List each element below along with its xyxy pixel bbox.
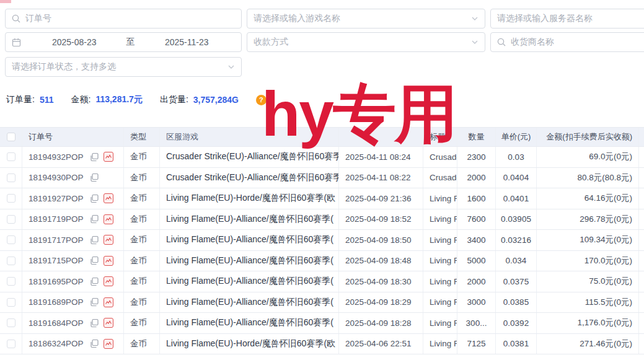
copy-icon[interactable] xyxy=(90,152,99,162)
summary-stats: 订单量: 511 金额: 113,281.7元 出货量: 3,757,284G … xyxy=(6,94,267,105)
date-range-picker[interactable]: 2025-08-23 至 2025-11-23 xyxy=(5,32,242,52)
order-status-select[interactable]: 请选择订单状态，支持多选 xyxy=(5,57,242,77)
image-icon[interactable] xyxy=(104,339,113,349)
time-cell: 2025-04-11 08:24 xyxy=(339,147,423,167)
row-checkbox[interactable] xyxy=(7,257,15,265)
quantity-cell: 5000 xyxy=(457,251,496,271)
game-server-cell: Crusader Strike(EU)-Alliance/魔兽怀旧60赛季 xyxy=(160,147,339,167)
order-management-page: 订单号 请选择或输入游戏名称 请选择或输入服务器名称 2025-08-23 至 … xyxy=(0,0,644,360)
time-cell: 2025-04-09 18:30 xyxy=(339,271,423,292)
amount-cell: 1,176.0元(0元) xyxy=(537,313,639,333)
table-row: 18191695POP金币Living Flame(EU)-Alliance/魔… xyxy=(0,271,644,292)
help-icon[interactable]: ? xyxy=(256,95,267,105)
shipment-stat: 出货量: 3,757,284G xyxy=(160,94,239,105)
table-row: 18194932POP金币Crusader Strike(EU)-Allianc… xyxy=(0,147,644,168)
order-number-cell: 18191717POP xyxy=(22,230,124,250)
game-server-cell: Crusader Strike(EU)-Alliance/魔兽怀旧60赛季 xyxy=(160,168,339,188)
column-header: 订单号 xyxy=(22,128,124,146)
type-cell: 金币 xyxy=(124,292,160,313)
row-icons xyxy=(90,276,113,286)
copy-icon[interactable] xyxy=(90,297,99,307)
title-cell: Living Fl xyxy=(423,209,457,230)
select-all-checkbox[interactable] xyxy=(7,133,15,141)
game-server-cell: Living Flame(EU)-Alliance/魔兽怀旧60赛季( xyxy=(160,209,339,230)
order-number-cell: 18194932POP xyxy=(22,147,124,167)
row-checkbox[interactable] xyxy=(7,152,15,161)
unit-price-cell: 0.03905 xyxy=(496,209,537,230)
amount-cell: 80.8元(80.8元) xyxy=(537,168,639,188)
column-header: 金额(扣手续费后实收额) xyxy=(537,128,639,146)
quantity-cell: 1600 xyxy=(457,188,496,209)
column-header xyxy=(639,128,644,146)
row-checkbox-cell xyxy=(0,313,22,333)
server-name-input[interactable]: 请选择或输入服务器名称 xyxy=(490,9,644,29)
extra-cell xyxy=(639,147,644,167)
amount-cell: 64.16元(0元) xyxy=(537,188,639,209)
row-icons xyxy=(90,339,113,349)
amount-cell: 69.0元(0元) xyxy=(537,147,639,167)
date-end-value[interactable]: 2025-11-23 xyxy=(139,37,236,47)
row-checkbox-cell xyxy=(0,271,22,292)
row-checkbox[interactable] xyxy=(7,340,15,348)
order-number-cell: 18191689POP xyxy=(22,292,124,313)
title-cell: Living Fl xyxy=(423,271,457,292)
title-cell: Living Fl xyxy=(423,188,457,209)
column-header: 区服游戏 xyxy=(160,128,339,146)
copy-icon[interactable] xyxy=(90,235,99,245)
image-icon[interactable] xyxy=(104,297,113,307)
row-icons xyxy=(90,235,113,245)
chevron-down-icon xyxy=(471,15,479,22)
game-server-cell: Living Flame(EU)-Alliance/魔兽怀旧60赛季( xyxy=(160,251,339,271)
row-checkbox[interactable] xyxy=(7,173,15,182)
copy-icon[interactable] xyxy=(90,277,99,286)
copy-icon[interactable] xyxy=(90,194,99,203)
title-cell: Living Fl xyxy=(423,334,457,354)
copy-icon[interactable] xyxy=(90,256,99,265)
row-checkbox[interactable] xyxy=(7,194,15,203)
chevron-down-icon xyxy=(227,63,235,71)
row-checkbox[interactable] xyxy=(7,215,15,224)
row-checkbox[interactable] xyxy=(7,298,15,307)
row-checkbox-cell xyxy=(0,209,22,230)
game-name-placeholder: 请选择或输入游戏名称 xyxy=(254,13,340,24)
image-icon[interactable] xyxy=(104,256,113,266)
copy-icon[interactable] xyxy=(90,214,99,224)
order-number: 18191717POP xyxy=(29,235,84,245)
merchant-name-input[interactable]: 收货商名称 xyxy=(490,32,644,52)
type-cell: 金币 xyxy=(124,147,160,167)
row-icons xyxy=(90,318,113,328)
copy-icon[interactable] xyxy=(90,318,99,328)
quantity-cell: 3000 xyxy=(457,292,496,313)
game-name-select[interactable]: 请选择或输入游戏名称 xyxy=(247,9,485,29)
image-icon[interactable] xyxy=(104,318,113,328)
date-separator-label: 至 xyxy=(123,37,139,48)
payment-method-select[interactable]: 收款方式 xyxy=(247,32,485,52)
column-header xyxy=(339,128,423,146)
order-number-input[interactable]: 订单号 xyxy=(5,9,242,29)
image-icon[interactable] xyxy=(104,276,113,286)
copy-icon[interactable] xyxy=(90,339,99,348)
table-header-row: 订单号类型区服游戏标题数量单价(元)金额(扣手续费后实收额) xyxy=(0,127,644,147)
table-row: 18191927POP金币Living Flame(EU)-Horde/魔兽怀旧… xyxy=(0,188,644,209)
copy-icon[interactable] xyxy=(90,173,99,182)
amount-cell: 75.0元(0元) xyxy=(537,271,639,292)
row-checkbox[interactable] xyxy=(7,277,15,286)
image-icon[interactable] xyxy=(104,193,113,203)
order-number: 18191715POP xyxy=(29,256,84,265)
time-cell: 2025-04-09 18:48 xyxy=(339,251,423,271)
date-start-value[interactable]: 2025-08-23 xyxy=(26,37,123,47)
row-checkbox[interactable] xyxy=(7,318,15,327)
order-number: 18191684POP xyxy=(29,318,84,328)
order-number: 18186324POP xyxy=(29,339,84,348)
image-icon[interactable] xyxy=(104,152,113,162)
table-row: 18186324POP金币Living Flame(EU)-Horde/魔兽怀旧… xyxy=(0,334,644,355)
row-icons xyxy=(90,173,99,182)
image-icon[interactable] xyxy=(104,235,113,245)
game-server-cell: Living Flame(EU)-Alliance/魔兽怀旧60赛季( xyxy=(160,230,339,250)
image-icon[interactable] xyxy=(104,214,113,224)
table-row: 18191689POP金币Living Flame(EU)-Alliance/魔… xyxy=(0,292,644,314)
row-checkbox[interactable] xyxy=(7,235,15,244)
column-header: 数量 xyxy=(457,128,496,146)
game-server-cell: Living Flame(EU)-Horde/魔兽怀旧60赛季(欧 xyxy=(160,188,339,209)
order-number-cell: 18191719POP xyxy=(22,209,124,230)
